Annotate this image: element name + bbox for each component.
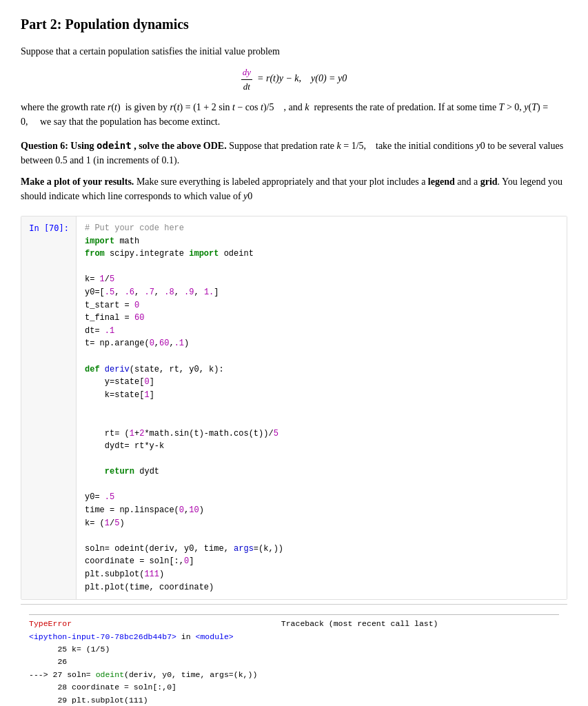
kw-def: def — [85, 365, 100, 374]
error-output: TypeError Traceback (most recent call la… — [21, 604, 567, 706]
error-line-26: 26 — [29, 657, 67, 666]
error-module: <module> — [196, 632, 234, 641]
kw-from: from — [85, 249, 105, 259]
code-comment: # Put your code here — [85, 223, 184, 233]
error-line-25: 25 k= (1/5) — [29, 645, 110, 654]
notebook-cell-70[interactable]: In [70]: # Put your code here import mat… — [21, 216, 567, 600]
error-line-28: 28 coordinate = soln[:,0] — [29, 683, 176, 692]
error-file: <ipython-input-70-78bc26db44b7> — [29, 632, 176, 641]
error-separator — [29, 614, 559, 615]
cell-label: In [70]: — [21, 216, 77, 599]
intro-paragraph: Suppose that a certain population satisf… — [21, 44, 567, 59]
question6: Question 6: Using odeint , solve the abo… — [21, 139, 567, 168]
traceback-label: Traceback (most recent call last) — [281, 619, 438, 628]
error-type: TypeError — [29, 619, 72, 628]
error-arrow-27: ---> 27 soln= odeint(deriv, y0, time, ar… — [29, 670, 257, 679]
math-equation: dy dt = r(t)y − k, y(0) = y0 — [21, 65, 567, 93]
make-plot-paragraph: Make a plot of your results. Make sure e… — [21, 174, 567, 203]
error-in: in — [181, 632, 191, 641]
kw-import: import — [85, 236, 114, 246]
description-paragraph: where the growth rate r(t) is given by r… — [21, 100, 567, 129]
section-title: Part 2: Population dynamics — [21, 14, 567, 34]
error-line-29: 29 plt.subplot(111) — [29, 696, 148, 705]
cell-body[interactable]: # Put your code here import math from sc… — [77, 216, 567, 599]
